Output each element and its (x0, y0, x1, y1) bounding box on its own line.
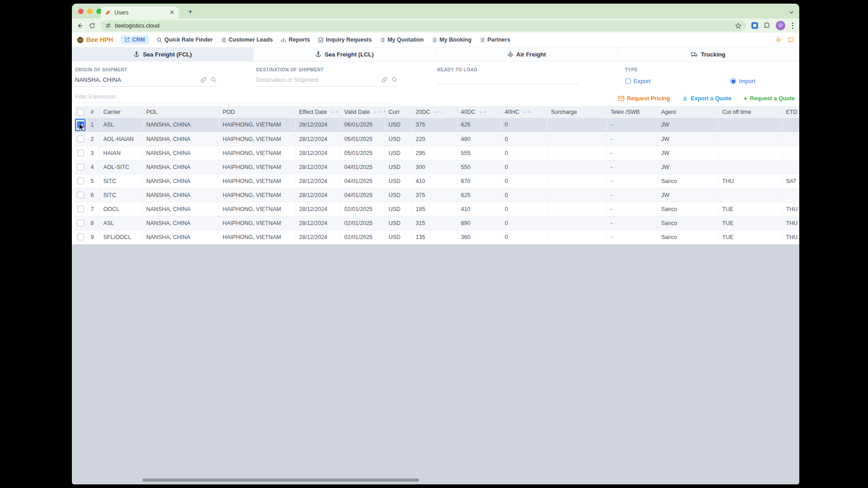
effect-cell: 28/12/2024 (295, 202, 340, 216)
nav-item-customer-leads[interactable]: Customer Leads (221, 37, 273, 43)
col-header-pod: POD (219, 106, 295, 118)
browser-tab[interactable]: Users ✕ (101, 6, 179, 19)
browser-menu-icon[interactable] (791, 23, 795, 29)
add-user-icon[interactable] (775, 37, 782, 43)
origin-input[interactable]: NANSHA, CHINA (75, 76, 197, 83)
row-checkbox[interactable] (77, 206, 84, 212)
request-quote-button[interactable]: + Request a Quote (743, 95, 795, 102)
col-header-carrier: Carrier (99, 106, 142, 118)
curr-cell: USD (385, 230, 412, 244)
agent-cell: JW (657, 118, 718, 132)
rates-table-wrap: #CarrierPOLPODEffect DateValid DateCurr2… (75, 106, 799, 244)
back-icon[interactable] (76, 22, 84, 29)
request-pricing-button[interactable]: Request Pricing (618, 95, 670, 102)
puzzle-icon[interactable] (764, 22, 770, 29)
refresh-icon[interactable] (89, 23, 95, 29)
search-icon[interactable] (392, 77, 397, 83)
search-icon[interactable] (211, 77, 217, 83)
row-checkbox[interactable] (77, 164, 84, 170)
sort-icons[interactable] (523, 110, 531, 114)
telex-cell: - (607, 174, 657, 188)
table-row[interactable]: 2AOL-HAIANNANSHA, CHINAHAIPHONG, VIETNAM… (75, 132, 799, 146)
link-icon[interactable] (201, 77, 207, 83)
pod-cell: HAIPHONG, VIETNAM (219, 146, 295, 160)
origin-field-group: ORIGIN OF SHIPMENT NANSHA, CHINA (75, 67, 256, 87)
table-row[interactable]: 9SFL/OOCLNANSHA, CHINAHAIPHONG, VIETNAM2… (75, 230, 799, 244)
tab-close-icon[interactable]: ✕ (170, 9, 175, 15)
minimize-window-button[interactable] (87, 9, 93, 14)
surcharge-cell (547, 146, 607, 160)
site-settings-icon[interactable] (105, 23, 111, 28)
table-row[interactable]: 1ASLNANSHA, CHINAHAIPHONG, VIETNAM28/12/… (75, 118, 799, 132)
row-checkbox[interactable] (77, 178, 84, 184)
browser-tab-strip: Users ✕ + (72, 4, 799, 19)
table-row[interactable]: 3HAIANNANSHA, CHINAHAIPHONG, VIETNAM28/1… (75, 146, 799, 160)
row-checkbox[interactable] (77, 136, 84, 142)
table-row[interactable]: 4AOL-SITCNANSHA, CHINAHAIPHONG, VIETNAM2… (75, 160, 799, 174)
table-row[interactable]: 5SITCNANSHA, CHINAHAIPHONG, VIETNAM28/12… (75, 174, 799, 188)
bee-logo-icon (77, 37, 84, 43)
carrier-cell: HAIAN (99, 146, 142, 160)
close-window-button[interactable] (78, 9, 84, 14)
sort-icons[interactable] (374, 110, 382, 114)
c20-cell: 410 (412, 174, 457, 188)
destination-input[interactable]: Destination of Shipment (256, 76, 378, 83)
tab-sea-freight-fcl[interactable]: Sea Freight (FCL) (72, 47, 254, 61)
nav-item-my-booking[interactable]: My Booking (431, 37, 472, 43)
select-all-checkbox[interactable] (77, 109, 84, 116)
pod-cell: HAIPHONG, VIETNAM (219, 216, 295, 230)
truck-icon (691, 51, 698, 57)
chevron-down-icon[interactable] (789, 9, 794, 17)
etd-cell (782, 188, 799, 202)
radio-import-circle[interactable] (730, 78, 736, 84)
c20-cell: 300 (412, 160, 457, 174)
surcharge-cell (547, 216, 607, 230)
tab-air-freight[interactable]: Air Freight (436, 47, 618, 61)
c20-cell: 295 (412, 146, 457, 160)
row-checkbox[interactable] (77, 234, 84, 240)
table-row[interactable]: 6SITCNANSHA, CHINAHAIPHONG, VIETNAM28/12… (75, 188, 799, 202)
export-quote-button[interactable]: Export a Quote (682, 95, 731, 102)
c40-cell: 670 (457, 174, 501, 188)
row-checkbox-cell (75, 118, 87, 132)
bookmark-star-icon[interactable] (735, 23, 741, 29)
traffic-lights (78, 9, 102, 14)
filter-expression-input[interactable]: Filter Expression (75, 94, 392, 103)
tab-sea-freight-lcl[interactable]: Sea Freight (LCL) (254, 47, 435, 61)
agent-cell: JW (657, 188, 718, 202)
nav-item-inquiry-requests[interactable]: Inquiry Requests (318, 37, 372, 43)
row-checkbox[interactable] (77, 150, 84, 156)
browser-toolbar: beelogistics.cloud (72, 19, 799, 33)
tab-trucking[interactable]: Trucking (618, 47, 799, 61)
nav-item-reports[interactable]: Reports (281, 37, 310, 43)
radio-export-circle[interactable] (625, 78, 631, 84)
profile-avatar[interactable] (776, 21, 785, 30)
plane-icon (507, 51, 513, 57)
url-bar[interactable]: beelogistics.cloud (101, 20, 746, 31)
ready-to-load-field-group: READY TO LOAD (437, 67, 618, 87)
row-checkbox[interactable] (77, 192, 84, 198)
nav-item-crm[interactable]: CRM (121, 35, 148, 44)
nav-item-my-quotation[interactable]: My Quotation (379, 37, 424, 43)
curr-cell: USD (385, 202, 412, 216)
sort-icons[interactable] (331, 110, 339, 114)
nav-item-quick-rate-finder[interactable]: Quick Rate Finder (156, 37, 213, 43)
sort-icons[interactable] (434, 110, 442, 114)
col-header-surcharge: Surcharge (547, 106, 607, 118)
brand[interactable]: Bee HPH (77, 36, 113, 43)
nav-item-partners[interactable]: Partners (479, 37, 510, 43)
row-checkbox[interactable] (77, 220, 84, 226)
extension-icon[interactable] (751, 22, 758, 29)
carrier-cell: SFL/OOCL (99, 230, 142, 244)
new-tab-button[interactable]: + (186, 7, 195, 16)
chat-icon[interactable] (788, 37, 794, 43)
horizontal-scrollbar[interactable] (142, 479, 419, 482)
valid-cell: 04/01/2025 (340, 188, 385, 202)
link-icon[interactable] (382, 77, 387, 83)
sort-icons[interactable] (479, 110, 487, 114)
table-row[interactable]: 7OOCLNANSHA, CHINAHAIPHONG, VIETNAM28/12… (75, 202, 799, 216)
radio-import[interactable]: Import (730, 78, 755, 84)
etd-cell (782, 132, 799, 146)
radio-export[interactable]: Export (625, 78, 651, 84)
table-row[interactable]: 8ASLNANSHA, CHINAHAIPHONG, VIETNAM28/12/… (75, 216, 799, 230)
